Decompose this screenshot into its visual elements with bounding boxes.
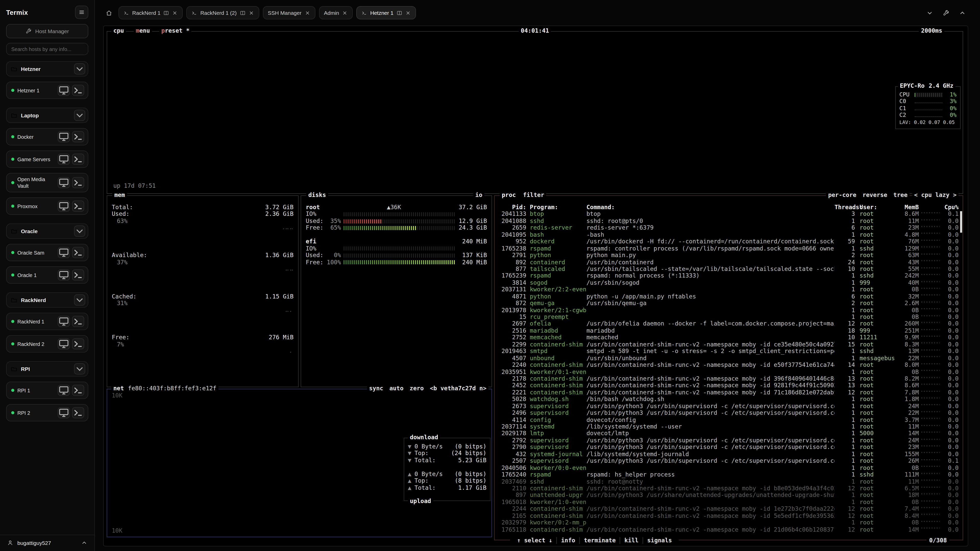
chevron-down-button[interactable] — [924, 7, 935, 18]
footer-hint-terminate[interactable]: terminate — [579, 537, 620, 544]
process-row[interactable]: 2032979kworker/0:2-mm_p1root0B0.0 — [495, 519, 963, 526]
tab-hetzner-1[interactable]: Hetzner 1 — [356, 6, 416, 19]
process-row[interactable]: 2165containerd-shim/usr/bin/containerd-s… — [495, 513, 963, 519]
process-row[interactable]: 2035951kworker/0:1-even1root0B0.0 — [495, 368, 963, 375]
tab-close-button[interactable] — [405, 10, 411, 16]
chevron-up-button[interactable] — [956, 7, 968, 18]
host-item-open-media-vault[interactable]: Open Media Vault — [6, 173, 88, 192]
proc-option-per-core[interactable]: per-core — [828, 192, 856, 199]
process-row[interactable]: 2697ofelia/usr/bin/ofelia daemon --docke… — [495, 321, 963, 327]
tab-close-button[interactable] — [304, 10, 310, 16]
proc-box-title[interactable]: proc — [502, 192, 516, 199]
user-footer[interactable]: bugattiguy527 — [0, 535, 94, 547]
process-row[interactable]: 2178containerd-shim/usr/bin/containerd-s… — [495, 375, 963, 383]
process-row[interactable]: 2029178lmtpdovecot/lmtp1500014M0.0 — [495, 430, 963, 437]
process-row[interactable]: 3814sogod/usr/sbin/sogod199940M0.0 — [495, 279, 963, 286]
process-row[interactable]: 2792supervisord/usr/bin/python3 /usr/bin… — [495, 437, 963, 444]
update-interval[interactable]: 2000ms — [919, 27, 944, 35]
preset-button[interactable]: preset * — [161, 27, 189, 35]
process-row[interactable]: 2110containerd-shim/usr/bin/containerd-s… — [495, 485, 963, 492]
host-view-button[interactable] — [58, 131, 70, 142]
group-collapse-button[interactable] — [74, 63, 85, 75]
group-header-rpi[interactable]: RPI — [6, 361, 88, 376]
home-button[interactable] — [103, 7, 115, 18]
proc-option-tree[interactable]: tree — [894, 192, 907, 199]
process-row[interactable]: 2752memcachedmemcached10112119.9M0.0 — [495, 334, 963, 341]
host-terminal-button[interactable] — [72, 407, 84, 418]
process-row[interactable]: 2037469sshdsshd: root@notty1root11M0.0 — [495, 478, 963, 485]
process-row[interactable]: 2037131kworker/2:2-even1root0B0.0 — [495, 286, 963, 293]
process-row[interactable]: 2244containerd-shim/usr/bin/containerd-s… — [495, 506, 963, 513]
process-row[interactable]: 2659redis-serverredis-server *:63796root… — [495, 225, 963, 232]
process-row[interactable]: 2037114systemd/lib/systemd/systemd --use… — [495, 424, 963, 430]
host-terminal-button[interactable] — [72, 269, 84, 281]
host-item-rpi-2[interactable]: RPI 2 — [6, 404, 88, 421]
filter-button[interactable]: filter — [523, 192, 544, 199]
process-row[interactable]: 1765238rspamdrspamd: controller process … — [495, 245, 963, 252]
process-row[interactable]: 1765240rspamdrspamd: hs_helper process1s… — [495, 472, 963, 478]
host-view-button[interactable] — [58, 338, 70, 349]
host-view-button[interactable] — [58, 385, 70, 396]
process-row[interactable]: 4507unbound/usr/sbin/unbound1messagebus2… — [495, 355, 963, 362]
host-view-button[interactable] — [58, 154, 70, 165]
host-view-button[interactable] — [58, 247, 70, 258]
process-row[interactable]: 1765239rspamdrspamd: normal process (*:1… — [495, 273, 963, 279]
host-item-oracle-sam[interactable]: Oracle Sam — [6, 244, 88, 261]
host-terminal-button[interactable] — [72, 385, 84, 396]
tools-button[interactable] — [940, 7, 951, 18]
process-row[interactable]: 877tailscaled/usr/sbin/tailscaled --stat… — [495, 266, 963, 273]
tab-racknerd-1-2[interactable]: RackNerd 1 (2) — [186, 6, 259, 19]
split-view-button[interactable] — [396, 10, 402, 16]
footer-hint-kill[interactable]: kill — [620, 537, 643, 544]
process-row[interactable]: 5028watchdog.sh/bin/bash /watchdog.sh1ro… — [495, 396, 963, 403]
tab-close-button[interactable] — [342, 10, 348, 16]
net-option-sync[interactable]: sync — [369, 385, 383, 392]
footer-hint-select[interactable]: ↑ select ↓ — [513, 537, 557, 544]
host-manager-button[interactable]: Host Manager — [6, 24, 88, 38]
process-row[interactable]: 1765118containerd-shim/usr/bin/container… — [495, 526, 963, 533]
process-row[interactable]: 872qemu-ga/usr/sbin/qemu-ga2root2.6M0.0 — [495, 300, 963, 307]
group-header-hetzner[interactable]: Hetzner — [6, 61, 88, 76]
process-row[interactable]: 2041095bash-bash1root4.8M0.0 — [495, 232, 963, 238]
process-row[interactable]: 897unattended-upgr/usr/bin/python3 /usr/… — [495, 492, 963, 499]
host-view-button[interactable] — [58, 316, 70, 327]
process-row[interactable]: 2019463smtpdsmtpd -n 589 -t inet -u -o s… — [495, 348, 963, 355]
process-row[interactable]: 2496supervisord/usr/bin/python3 /usr/bin… — [495, 410, 963, 416]
proc-option-reverse[interactable]: reverse — [862, 192, 887, 199]
host-terminal-button[interactable] — [72, 131, 84, 142]
footer-hint-signals[interactable]: signals — [643, 537, 676, 544]
group-collapse-button[interactable] — [74, 225, 85, 237]
sort-selector[interactable]: < cpu lazy > — [914, 192, 956, 199]
host-item-rpi-1[interactable]: RPI 1 — [6, 382, 88, 399]
group-collapse-button[interactable] — [74, 294, 85, 306]
host-terminal-button[interactable] — [72, 247, 84, 258]
process-row[interactable]: 15rcu_preempt1root0B0.0 — [495, 314, 963, 321]
process-row[interactable]: 2790supervisord/usr/bin/python3 /usr/bin… — [495, 444, 963, 451]
process-row[interactable]: 2221containerd-shim/usr/bin/containerd-s… — [495, 389, 963, 396]
process-row[interactable]: 2040506kworker/0:0-even1root0B0.0 — [495, 465, 963, 472]
menu-button[interactable]: menu — [136, 27, 150, 35]
process-row[interactable]: 2041088sshdsshd: root@pts/01root11M0.0 — [495, 218, 963, 225]
process-row[interactable]: 4114configdovecot/config1root3.7M0.0 — [495, 416, 963, 424]
search-input[interactable] — [6, 43, 88, 55]
host-view-button[interactable] — [58, 85, 70, 96]
tab-ssh-manager[interactable]: SSH Manager — [262, 6, 315, 19]
terminal[interactable]: cpu menu preset * 04:01:41 2000ms up 17d… — [103, 25, 968, 546]
host-item-racknerd-1[interactable]: RackNerd 1 — [6, 313, 88, 330]
host-terminal-button[interactable] — [72, 200, 84, 212]
host-terminal-button[interactable] — [72, 85, 84, 96]
group-header-oracle[interactable]: Oracle — [6, 224, 88, 239]
host-item-docker[interactable]: Docker — [6, 128, 88, 145]
group-collapse-button[interactable] — [74, 363, 85, 375]
process-row[interactable]: 2299containerd-shim/usr/bin/containerd-s… — [495, 341, 963, 348]
host-item-hetzner-1[interactable]: Hetzner 1 — [6, 82, 88, 99]
process-row[interactable]: 2673supervisord/usr/bin/python3 /usr/bin… — [495, 403, 963, 410]
process-row[interactable]: 2516mariadbdmariadbd18999251M0.0 — [495, 327, 963, 334]
net-interface-switcher[interactable]: <b vetha7c27d n> — [430, 385, 487, 392]
host-view-button[interactable] — [58, 407, 70, 418]
group-collapse-button[interactable] — [74, 110, 85, 121]
process-row[interactable]: 892containerd/usr/bin/containerd24root43… — [495, 259, 963, 266]
footer-hint-info[interactable]: info — [557, 537, 579, 544]
io-mode-toggle[interactable]: io — [475, 192, 482, 199]
tab-close-button[interactable] — [248, 10, 254, 16]
